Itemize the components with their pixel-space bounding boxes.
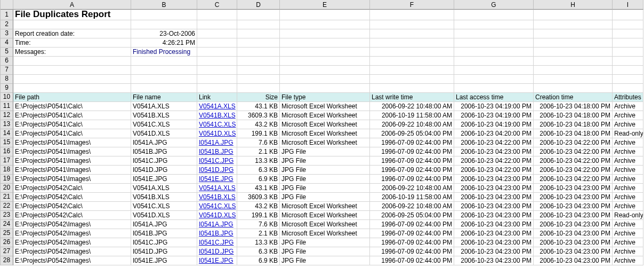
column-header-G[interactable]: G — [454, 0, 534, 10]
cell-2-B[interactable] — [131, 20, 197, 29]
row-header-28[interactable]: 28 — [1, 256, 13, 265]
cell-6-B[interactable] — [131, 57, 197, 66]
row-header-14[interactable]: 14 — [1, 129, 13, 138]
cell-9-H[interactable] — [534, 84, 613, 93]
column-header-H[interactable]: H — [534, 0, 613, 10]
file-link[interactable]: I0541D.JPG — [199, 166, 234, 174]
row-header-6[interactable]: 6 — [1, 57, 13, 66]
cell-7-I[interactable] — [613, 66, 643, 75]
cell-5-I[interactable] — [613, 48, 643, 57]
cell-9-C[interactable] — [197, 84, 237, 93]
cell-3-G[interactable] — [454, 29, 534, 38]
file-link[interactable]: V0541A.XLS — [199, 103, 236, 110]
cell-5-H[interactable] — [534, 48, 613, 57]
file-link[interactable]: I0541A.JPG — [199, 139, 234, 146]
cell-4-I[interactable] — [613, 38, 643, 48]
cell-6-E[interactable] — [280, 57, 370, 66]
cell-1-C[interactable] — [197, 10, 237, 20]
cell-1-H[interactable] — [534, 10, 613, 20]
cell-7-G[interactable] — [454, 66, 534, 75]
file-link[interactable]: V0541B.XLS — [199, 193, 236, 201]
file-link[interactable]: I0541B.JPG — [199, 230, 234, 237]
cell-8-E[interactable] — [280, 75, 370, 84]
cell-6-A[interactable] — [13, 57, 131, 66]
cell-3-F[interactable] — [370, 29, 454, 38]
cell-8-B[interactable] — [131, 75, 197, 84]
cell-9-D[interactable] — [237, 84, 280, 93]
row-header-10[interactable]: 10 — [1, 93, 13, 102]
cell-1-I[interactable] — [613, 10, 643, 20]
cell-1-D[interactable] — [237, 10, 280, 20]
row-header-9[interactable]: 9 — [1, 84, 13, 93]
cell-9-F[interactable] — [370, 84, 454, 93]
cell-9-G[interactable] — [454, 84, 534, 93]
cell-2-D[interactable] — [237, 20, 280, 29]
row-header-13[interactable]: 13 — [1, 120, 13, 129]
file-link[interactable]: I0541E.JPG — [199, 175, 234, 183]
row-header-16[interactable]: 16 — [1, 147, 13, 156]
cell-9-I[interactable] — [613, 84, 643, 93]
column-header-C[interactable]: C — [197, 0, 237, 10]
cell-5-E[interactable] — [280, 48, 370, 57]
row-header-24[interactable]: 24 — [1, 220, 13, 229]
row-header-22[interactable]: 22 — [1, 202, 13, 211]
row-header-11[interactable]: 11 — [1, 102, 13, 111]
cell-4-F[interactable] — [370, 38, 454, 48]
cell-2-E[interactable] — [280, 20, 370, 29]
cell-7-A[interactable] — [13, 66, 131, 75]
row-header-15[interactable]: 15 — [1, 138, 13, 147]
cell-7-H[interactable] — [534, 66, 613, 75]
cell-9-A[interactable] — [13, 84, 131, 93]
row-header-26[interactable]: 26 — [1, 238, 13, 247]
column-header-A[interactable]: A — [13, 0, 131, 10]
cell-2-G[interactable] — [454, 20, 534, 29]
file-link[interactable]: V0541C.XLS — [199, 121, 236, 128]
cell-6-D[interactable] — [237, 57, 280, 66]
cell-4-D[interactable] — [237, 38, 280, 48]
cell-6-F[interactable] — [370, 57, 454, 66]
row-header-21[interactable]: 21 — [1, 193, 13, 202]
row-header-23[interactable]: 23 — [1, 211, 13, 220]
row-header-18[interactable]: 18 — [1, 166, 13, 175]
cell-4-E[interactable] — [280, 38, 370, 48]
row-header-19[interactable]: 19 — [1, 175, 13, 184]
cell-7-C[interactable] — [197, 66, 237, 75]
row-header-3[interactable]: 3 — [1, 29, 13, 38]
file-link[interactable]: I0541A.JPG — [199, 221, 234, 228]
cell-6-C[interactable] — [197, 57, 237, 66]
cell-6-I[interactable] — [613, 57, 643, 66]
row-header-25[interactable]: 25 — [1, 229, 13, 238]
row-header-7[interactable]: 7 — [1, 66, 13, 75]
cell-5-F[interactable] — [370, 48, 454, 57]
cell-1-E[interactable] — [280, 10, 370, 20]
row-header-1[interactable]: 1 — [1, 10, 13, 20]
cell-4-H[interactable] — [534, 38, 613, 48]
file-link[interactable]: I0541D.JPG — [199, 248, 234, 255]
cell-2-C[interactable] — [197, 20, 237, 29]
row-header-5[interactable]: 5 — [1, 48, 13, 57]
cell-3-I[interactable] — [613, 29, 643, 38]
row-header-12[interactable]: 12 — [1, 111, 13, 120]
cell-7-D[interactable] — [237, 66, 280, 75]
cell-6-H[interactable] — [534, 57, 613, 66]
spreadsheet-grid[interactable]: ABCDEFGHI1File Duplicates Report23Report… — [0, 0, 644, 265]
cell-4-G[interactable] — [454, 38, 534, 48]
file-link[interactable]: I0541C.JPG — [199, 157, 234, 164]
cell-7-B[interactable] — [131, 66, 197, 75]
cell-7-F[interactable] — [370, 66, 454, 75]
cell-8-H[interactable] — [534, 75, 613, 84]
cell-5-C[interactable] — [197, 48, 237, 57]
column-header-F[interactable]: F — [370, 0, 454, 10]
cell-1-B[interactable] — [131, 10, 197, 20]
cell-1-F[interactable] — [370, 10, 454, 20]
file-link[interactable]: V0541C.XLS — [199, 202, 236, 210]
row-header-27[interactable]: 27 — [1, 247, 13, 256]
cell-1-G[interactable] — [454, 10, 534, 20]
row-header-2[interactable]: 2 — [1, 20, 13, 29]
cell-3-D[interactable] — [237, 29, 280, 38]
select-all-corner[interactable] — [1, 0, 13, 10]
cell-2-I[interactable] — [613, 20, 643, 29]
row-header-17[interactable]: 17 — [1, 156, 13, 166]
cell-8-I[interactable] — [613, 75, 643, 84]
cell-8-C[interactable] — [197, 75, 237, 84]
